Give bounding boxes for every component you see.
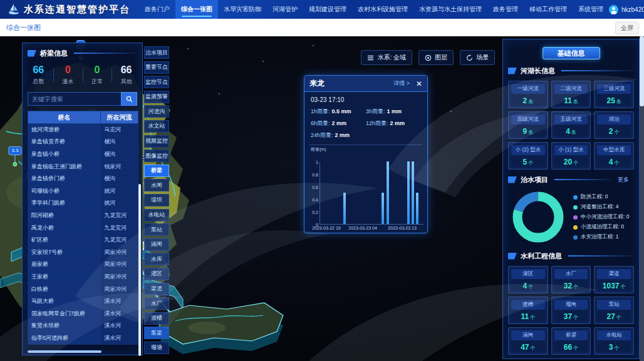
engineering-stat-cell: 渠道1037个 [594, 266, 634, 293]
nav-item[interactable]: 系统管理 [573, 0, 609, 19]
table-row[interactable]: 李学科门跳桥姚河 [28, 197, 138, 210]
more-link[interactable]: 更多 [618, 176, 629, 184]
rain-bar [416, 193, 418, 224]
bridge-name-cell: 司堰镇小桥 [28, 185, 101, 197]
table-row[interactable]: 禹龙小桥九龙宽河 [28, 221, 138, 234]
table-row[interactable]: 矿区桥九龙宽河 [28, 234, 138, 247]
table-row[interactable]: 安家坝7号桥周家冲河 [28, 246, 138, 258]
table-row[interactable]: 马跳大桥溪水河 [28, 295, 138, 308]
search-input[interactable] [28, 92, 121, 106]
rain-metric: 6h雨量:2 mm [311, 119, 366, 128]
bridge-stat: 0正常 [83, 64, 112, 86]
layer-item-7[interactable]: 图像监控 [144, 150, 169, 162]
user-menu[interactable]: hkzb42080201 ▼ [609, 5, 644, 14]
table-row[interactable]: 白铁桥周家冲河 [28, 283, 138, 295]
table-row[interactable]: 阳河砌桥九龙宽河 [28, 210, 138, 222]
cell-value: 37个 [553, 312, 589, 321]
layer-item-12[interactable]: 泵站 [144, 223, 169, 236]
table-row[interactable]: 泉盘镇小桥横沟 [28, 148, 138, 161]
layer-item-16[interactable]: 渠道 [144, 283, 169, 295]
legend-item: 水灾治理工程: 1 [573, 233, 629, 241]
table-row[interactable]: 泉盘镇贡齐桥横沟 [28, 136, 138, 148]
river-stat-cell: 五级河流4条 [551, 111, 591, 139]
table-row[interactable]: 国家电网常金门7跳桥溪水河 [28, 307, 138, 320]
nav-item[interactable]: 规划建设管理 [303, 0, 352, 19]
stat-value: 66 [112, 64, 141, 76]
river-name-cell: 姚河 [101, 197, 138, 210]
close-icon[interactable]: ✕ [416, 80, 422, 88]
map-layer-menu: 治水项目重要节点监控节点监测预警河道沟水文站视频监控图像监控桥梁水闸堤坝水电站泵… [144, 46, 169, 356]
map-control-scene[interactable]: 场景 [460, 50, 495, 65]
detail-link[interactable]: 详情 > [393, 79, 410, 88]
nav-item[interactable]: 政务管理 [487, 0, 524, 19]
river-name-cell: 横沟 [101, 148, 138, 161]
legend-dot [573, 195, 578, 200]
search-button[interactable] [121, 92, 137, 106]
cell-label: 一级河流 [511, 84, 545, 94]
layer-item-11[interactable]: 水电站 [144, 209, 169, 221]
layer-item-5[interactable]: 水文站 [144, 120, 169, 133]
river-chief-grid: 一级河流2条二级河流11条三级河流25条四级河流9条五级河流4条湖泊2个小 (2… [508, 81, 634, 170]
layer-item-13[interactable]: 涵闸 [144, 238, 169, 251]
metric-label: 6h雨量: [311, 119, 330, 128]
bridge-name-cell: 仙亭5河道跨桥 [28, 332, 101, 345]
bridge-table: 桥名 所在河流 姚河湾渡桥马宏河泉盘镇贡齐桥横沟泉盘镇小桥横沟泉盘镇临王洲门跳桥… [28, 111, 138, 345]
layer-item-2[interactable]: 监控节点 [144, 76, 169, 88]
page-scrollbar-thumb[interactable] [640, 36, 644, 106]
river-name-cell: 周家冲河 [101, 258, 138, 271]
layer-item-1[interactable]: 重要节点 [144, 61, 169, 74]
table-row[interactable]: 仙亭5河道跨桥溪水河 [28, 332, 138, 345]
nav-item[interactable]: 综合一张图 [175, 0, 218, 19]
table-row[interactable]: 集贤水坝桥溪水河 [28, 320, 138, 332]
fullscreen-button[interactable]: 全屏 [615, 22, 639, 34]
table-row[interactable]: 姚河湾渡桥马宏河 [28, 124, 138, 136]
rain-bar [387, 161, 389, 224]
river-stat-cell: 中型水库4个 [594, 142, 634, 170]
cell-unit: 个 [615, 160, 620, 166]
river-stat-cell: 三级河流25条 [594, 81, 634, 108]
nav-item[interactable]: 农村水利设施管理 [352, 0, 413, 19]
layer-item-4[interactable]: 河道沟 [144, 105, 169, 118]
table-row[interactable]: 唐家桥周家冲河 [28, 258, 138, 271]
layer-item-6[interactable]: 视频监控 [144, 135, 169, 148]
table-row[interactable]: 王家桥周家冲河 [28, 271, 138, 283]
list-icon [367, 54, 374, 61]
cell-unit: 个 [573, 284, 578, 290]
table-row[interactable]: 泉盘镇临王洲门跳桥钱家河 [28, 160, 138, 173]
table-horizontal-scrollbar[interactable] [28, 350, 101, 353]
layer-item-17[interactable]: 水厂 [144, 297, 169, 310]
layer-item-10[interactable]: 堤坝 [144, 194, 169, 206]
layer-item-20[interactable]: 堰塘 [144, 342, 169, 354]
layer-item-0[interactable]: 治水项目 [144, 46, 169, 59]
stat-label: 其他 [112, 78, 141, 86]
layer-item-19[interactable]: 泵渠 [144, 327, 169, 339]
basic-info-tab[interactable]: 基础信息 [543, 47, 600, 59]
layer-item-8[interactable]: 桥梁 [144, 165, 169, 177]
nav-item[interactable]: 移动工作管理 [524, 0, 573, 19]
map-control-list[interactable]: 水系: 全域 [361, 50, 412, 65]
breadcrumb[interactable]: 综合一张图 [6, 23, 41, 33]
nav-item[interactable]: 河湖管护 [267, 0, 303, 19]
layer-item-9[interactable]: 水闸 [144, 179, 169, 191]
table-row[interactable]: 司堰镇小桥姚河 [28, 185, 138, 197]
layer-item-14[interactable]: 水库 [144, 253, 169, 265]
cell-label: 五级河流 [554, 114, 588, 125]
legend-item: 河道整治工程: 4 [573, 203, 629, 211]
map-control-layers[interactable]: 图层 [418, 50, 454, 65]
nav-item[interactable]: 政务门户 [139, 0, 175, 19]
layer-item-18[interactable]: 渡槽 [144, 312, 169, 325]
table-row[interactable]: 泉盘镇侨门桥横沟 [28, 173, 138, 185]
cell-value: 2条 [510, 96, 546, 105]
metric-label: 1h雨量: [311, 108, 330, 116]
layer-item-3[interactable]: 监测预警 [144, 91, 169, 103]
table-vertical-scrollbar[interactable] [138, 184, 141, 356]
cell-label: 泵站 [597, 300, 631, 310]
nav-item[interactable]: 水旱灾害防御 [218, 0, 267, 19]
page-scrollbar[interactable] [640, 36, 644, 361]
water-level-marker[interactable]: 3.3 [8, 146, 21, 166]
layer-item-15[interactable]: 灌区 [144, 268, 169, 280]
bridge-stat: 66其他 [112, 64, 141, 86]
cell-unit: 个 [528, 160, 533, 166]
cell-label: 堰闸 [554, 300, 588, 310]
nav-item[interactable]: 水资源与水土保持管理 [413, 0, 487, 19]
